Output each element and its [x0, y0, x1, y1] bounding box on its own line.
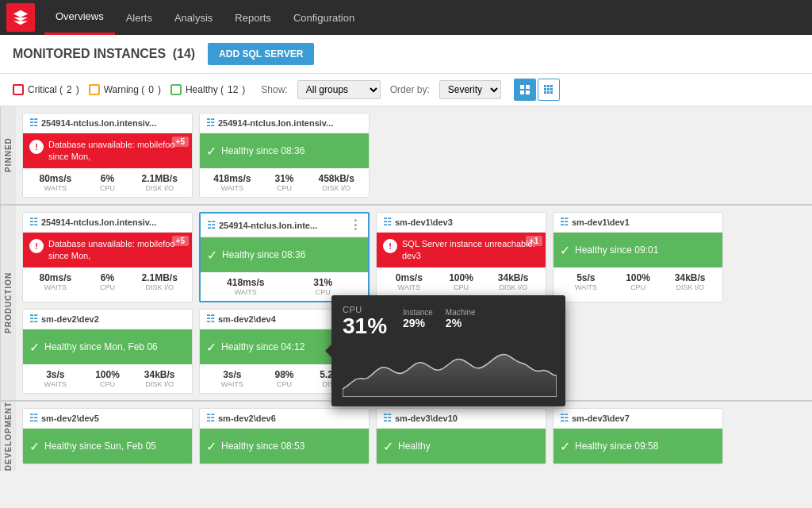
grid-view-button[interactable]	[514, 79, 536, 101]
card-title: sm-dev2\dev6	[218, 414, 276, 423]
alert-icon: !	[29, 140, 44, 154]
card-prod-5: ☷ sm-dev2\dev2 ✓ Healthy since Mon, Feb …	[22, 309, 193, 394]
metric-value: 31%	[259, 173, 311, 184]
metric-value: 34kB/s	[133, 369, 186, 380]
card-metrics: 80ms/s WAITS 6% CPU 2.1MB/s DISK I/O	[23, 168, 192, 197]
view-toggle	[514, 79, 560, 101]
card-alert-banner: ! Database unavailable: mobilefoo since …	[23, 233, 192, 267]
card-dev-2: ☷ sm-dev2\dev6 ✓ Healthy since 08:53	[199, 408, 370, 464]
healthy-text: Healthy since 04:12	[221, 341, 304, 352]
add-sql-server-button[interactable]: ADD SQL SERVER	[208, 43, 314, 65]
legend-healthy[interactable]: Healthy (12)	[170, 84, 245, 95]
metric-waits: 0ms/s WAITS	[383, 272, 435, 291]
card-title: sm-dev1\dev1	[572, 217, 630, 227]
svg-rect-9	[550, 88, 553, 90]
metric-value: 31%	[285, 277, 362, 288]
card-title: sm-dev3\dev7	[572, 414, 630, 423]
page-header: MONITORED INSTANCES (14) ADD SQL SERVER	[0, 35, 812, 74]
alert-badge: +1	[526, 236, 542, 246]
main-content: PINNED ☷ 254914-ntclus.lon.intensiv... !…	[0, 106, 812, 508]
db-icon: ☷	[206, 117, 215, 129]
tooltip-machine-value: 2%	[446, 317, 476, 329]
card-metrics: 5s/s WAITS 100% CPU 34kB/s DISK I/O	[553, 267, 722, 296]
card-title: sm-dev2\dev4	[218, 314, 276, 324]
metric-label: DISK I/O	[664, 283, 716, 291]
db-icon: ☷	[207, 220, 216, 231]
metric-waits: 418ms/s WAITS	[207, 277, 285, 296]
check-icon: ✓	[560, 243, 570, 258]
metric-disk: 2.1MB/s DISK I/O	[133, 272, 186, 291]
metric-value: 5s/s	[560, 272, 612, 283]
card-header: ☷ 254914-ntclus.lon.intensiv...	[23, 114, 192, 133]
svg-rect-5	[547, 85, 550, 87]
instance-count: (14)	[169, 47, 195, 61]
card-prod-2: ☷ 254914-ntclus.lon.inte... ⋮ ✓ Healthy …	[199, 212, 370, 302]
card-header: ☷ sm-dev2\dev2	[23, 310, 192, 329]
alert-text: Database unavailable: mobilefoo since Mo…	[48, 139, 186, 163]
card-title: 254914-ntclus.lon.intensiv...	[218, 118, 333, 128]
metric-disk: 34kB/s DISK I/O	[487, 272, 539, 291]
metric-disk: 458kB/s DISK I/O	[310, 173, 362, 192]
card-header: ☷ sm-dev1\dev1	[553, 213, 722, 233]
nav-item-alerts[interactable]: Alerts	[115, 0, 163, 35]
metric-value: 80ms/s	[29, 272, 82, 283]
list-view-button[interactable]	[538, 79, 560, 101]
db-icon: ☷	[29, 413, 38, 424]
metric-label: WAITS	[29, 283, 82, 291]
healthy-text: Healthy	[398, 441, 431, 452]
db-icon: ☷	[29, 217, 38, 228]
nav-item-configuration[interactable]: Configuration	[282, 0, 366, 35]
tooltip-instance-label: Instance	[403, 308, 433, 317]
card-title: 254914-ntclus.lon.intensiv...	[41, 118, 156, 128]
healthy-text: Healthy since 09:01	[575, 244, 658, 256]
metric-label: CPU	[259, 184, 311, 192]
show-select[interactable]: All groups Pinned Production Development	[297, 80, 381, 99]
metric-waits: 418ms/s WAITS	[206, 173, 259, 192]
metric-label: WAITS	[206, 380, 259, 388]
nav-item-overviews[interactable]: Overviews	[44, 0, 115, 35]
pinned-label: PINNED	[0, 106, 16, 204]
card-header: ☷ 254914-ntclus.lon.intensiv...	[200, 114, 369, 133]
critical-box	[13, 84, 24, 95]
card-prod-1: ☷ 254914-ntclus.lon.intensiv... ! Databa…	[22, 212, 193, 302]
metric-value: 100%	[82, 369, 134, 380]
legend-critical[interactable]: Critical (2)	[13, 84, 79, 95]
card-healthy-banner: ✓ Healthy since 08:36	[200, 133, 369, 168]
warning-count: 0	[148, 84, 154, 95]
check-icon: ✓	[207, 248, 217, 263]
card-healthy-banner: ✓ Healthy since Mon, Feb 06	[23, 329, 192, 364]
tooltip-main-value: 31%	[343, 314, 387, 339]
metric-value: 3s/s	[29, 369, 82, 380]
metric-waits: 80ms/s WAITS	[29, 272, 82, 291]
metric-label: CPU	[82, 380, 134, 388]
card-title: sm-dev2\dev5	[41, 414, 99, 423]
card-healthy-banner: ✓ Healthy since 09:58	[553, 429, 722, 464]
card-healthy-banner: ✓ Healthy since Sun, Feb 05	[23, 429, 192, 464]
svg-rect-10	[544, 91, 546, 94]
metric-value: 458kB/s	[310, 173, 362, 184]
metric-label: CPU	[259, 380, 311, 388]
card-metrics: 0ms/s WAITS 100% CPU 34kB/s DISK I/O	[377, 267, 546, 296]
orderby-select[interactable]: Severity Name CPU Waits	[439, 80, 501, 99]
card-title: sm-dev2\dev2	[41, 314, 99, 324]
metric-label: CPU	[612, 283, 665, 291]
card-pinned-1: ☷ 254914-ntclus.lon.intensiv... ! Databa…	[22, 113, 193, 198]
card-alert-banner: ! Database unavailable: mobilefoo since …	[23, 133, 192, 168]
check-icon: ✓	[29, 340, 40, 355]
metric-waits: 3s/s WAITS	[29, 369, 82, 388]
healthy-text: Healthy since Sun, Feb 05	[44, 441, 156, 452]
tooltip-instance-value: 29%	[403, 317, 433, 329]
card-menu-icon[interactable]: ⋮	[349, 217, 362, 233]
alert-icon: !	[383, 239, 397, 253]
db-icon: ☷	[29, 314, 38, 325]
legend-warning[interactable]: Warning (0)	[89, 84, 161, 95]
nav-item-analysis[interactable]: Analysis	[163, 0, 224, 35]
metric-value: 34kB/s	[487, 272, 539, 283]
card-header: ☷ sm-dev2\dev6	[200, 409, 369, 429]
tooltip-machine-label: Machine	[446, 308, 476, 317]
alert-icon: !	[29, 239, 44, 253]
healthy-text: Healthy since 08:36	[221, 145, 304, 156]
nav-item-reports[interactable]: Reports	[224, 0, 282, 35]
metric-disk: 2.1MB/s DISK I/O	[133, 173, 186, 192]
page-title: MONITORED INSTANCES	[13, 47, 166, 61]
